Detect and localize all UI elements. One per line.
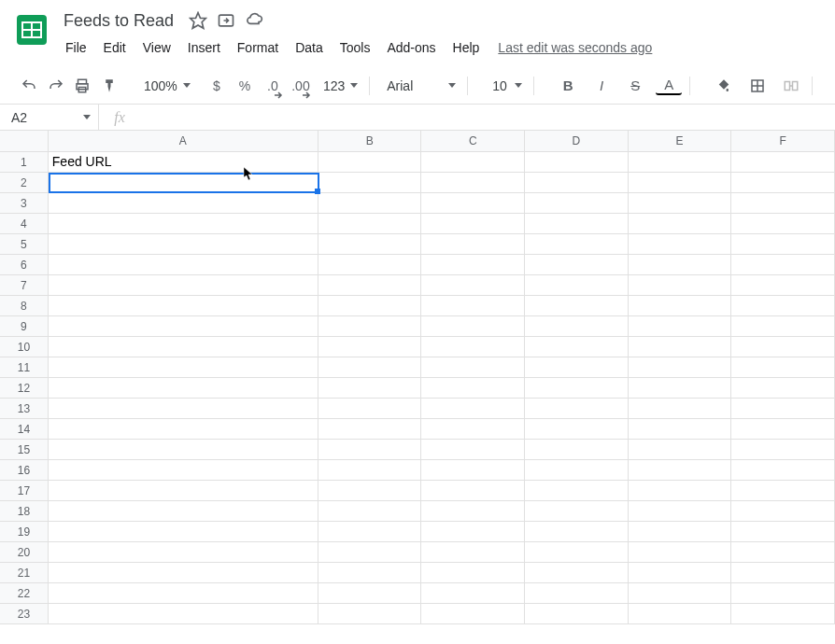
cell-D20[interactable] — [525, 542, 629, 563]
cell-C21[interactable] — [421, 563, 525, 583]
cell-B16[interactable] — [318, 460, 422, 481]
cell-F3[interactable] — [731, 193, 835, 214]
row-header-11[interactable]: 11 — [0, 357, 49, 378]
cell-D23[interactable] — [525, 604, 629, 624]
star-icon[interactable] — [189, 11, 207, 30]
cell-A7[interactable] — [49, 275, 318, 296]
menu-tools[interactable]: Tools — [333, 36, 378, 59]
menu-addons[interactable]: Add-ons — [379, 36, 443, 59]
cell-D5[interactable] — [525, 234, 629, 255]
cell-D22[interactable] — [525, 583, 629, 604]
cell-E3[interactable] — [629, 193, 732, 214]
cell-E20[interactable] — [629, 542, 732, 563]
cell-F18[interactable] — [731, 501, 835, 522]
cell-C23[interactable] — [421, 604, 525, 624]
cell-C3[interactable] — [421, 193, 525, 214]
cell-E13[interactable] — [629, 399, 732, 419]
cell-D8[interactable] — [525, 296, 629, 316]
cell-D16[interactable] — [525, 460, 629, 481]
cell-C9[interactable] — [421, 316, 525, 337]
cell-A3[interactable] — [49, 193, 318, 214]
cell-C6[interactable] — [421, 255, 525, 275]
column-header-A[interactable]: A — [49, 131, 318, 152]
cell-B11[interactable] — [318, 357, 422, 378]
cell-B19[interactable] — [318, 522, 422, 542]
row-header-8[interactable]: 8 — [0, 296, 49, 316]
cell-A20[interactable] — [49, 542, 318, 563]
cell-E6[interactable] — [629, 255, 732, 275]
cell-F6[interactable] — [731, 255, 835, 275]
cell-E9[interactable] — [629, 316, 732, 337]
row-header-18[interactable]: 18 — [0, 501, 49, 522]
cell-B5[interactable] — [318, 234, 422, 255]
menu-view[interactable]: View — [135, 36, 178, 59]
cell-C20[interactable] — [421, 542, 525, 563]
cell-A13[interactable] — [49, 399, 318, 419]
cell-B17[interactable] — [318, 481, 422, 501]
menu-format[interactable]: Format — [230, 36, 286, 59]
row-header-14[interactable]: 14 — [0, 419, 49, 440]
row-header-13[interactable]: 13 — [0, 399, 49, 419]
cell-E12[interactable] — [629, 378, 732, 399]
cell-C12[interactable] — [421, 378, 525, 399]
cell-A16[interactable] — [49, 460, 318, 481]
cell-E1[interactable] — [629, 152, 732, 173]
cell-F23[interactable] — [731, 604, 835, 624]
fill-color-icon[interactable] — [711, 73, 737, 99]
format-percent[interactable]: % — [235, 73, 254, 99]
cell-A5[interactable] — [49, 234, 318, 255]
borders-icon[interactable] — [744, 73, 771, 99]
column-header-B[interactable]: B — [318, 131, 422, 152]
cell-F19[interactable] — [731, 522, 835, 542]
row-header-6[interactable]: 6 — [0, 255, 49, 275]
cell-B7[interactable] — [318, 275, 422, 296]
cell-E15[interactable] — [629, 440, 732, 460]
cell-B12[interactable] — [318, 378, 422, 399]
cell-D4[interactable] — [525, 214, 629, 234]
cell-B2[interactable] — [318, 173, 422, 193]
cell-F16[interactable] — [731, 460, 835, 481]
cell-D14[interactable] — [525, 419, 629, 440]
row-header-5[interactable]: 5 — [0, 234, 49, 255]
cell-F1[interactable] — [731, 152, 835, 173]
column-header-D[interactable]: D — [525, 131, 629, 152]
row-header-9[interactable]: 9 — [0, 316, 49, 337]
row-header-17[interactable]: 17 — [0, 481, 49, 501]
row-header-4[interactable]: 4 — [0, 214, 49, 234]
menu-edit[interactable]: Edit — [96, 36, 134, 59]
cell-C15[interactable] — [421, 440, 525, 460]
cell-F22[interactable] — [731, 583, 835, 604]
select-all-corner[interactable] — [0, 131, 49, 152]
row-header-21[interactable]: 21 — [0, 563, 49, 583]
cell-A2[interactable] — [49, 173, 318, 193]
cell-E4[interactable] — [629, 214, 732, 234]
cell-D19[interactable] — [525, 522, 629, 542]
cell-E18[interactable] — [629, 501, 732, 522]
menu-data[interactable]: Data — [288, 36, 331, 59]
row-header-20[interactable]: 20 — [0, 542, 49, 563]
cell-C13[interactable] — [421, 399, 525, 419]
zoom-select[interactable]: 100% — [140, 73, 192, 99]
font-select[interactable]: Arial — [383, 73, 460, 99]
cell-D15[interactable] — [525, 440, 629, 460]
cell-E2[interactable] — [629, 173, 732, 193]
cell-C1[interactable] — [421, 152, 525, 173]
cell-B10[interactable] — [318, 337, 422, 357]
row-header-19[interactable]: 19 — [0, 522, 49, 542]
cell-B20[interactable] — [318, 542, 422, 563]
cell-E21[interactable] — [629, 563, 732, 583]
cell-E17[interactable] — [629, 481, 732, 501]
last-edit-link[interactable]: Last edit was seconds ago — [498, 40, 652, 55]
row-header-7[interactable]: 7 — [0, 275, 49, 296]
cell-F14[interactable] — [731, 419, 835, 440]
cell-D6[interactable] — [525, 255, 629, 275]
cell-D12[interactable] — [525, 378, 629, 399]
cell-E23[interactable] — [629, 604, 732, 624]
cell-D11[interactable] — [525, 357, 629, 378]
cell-F2[interactable] — [731, 173, 835, 193]
column-header-C[interactable]: C — [421, 131, 525, 152]
cell-F17[interactable] — [731, 481, 835, 501]
cell-A11[interactable] — [49, 357, 318, 378]
cell-B8[interactable] — [318, 296, 422, 316]
row-header-16[interactable]: 16 — [0, 460, 49, 481]
